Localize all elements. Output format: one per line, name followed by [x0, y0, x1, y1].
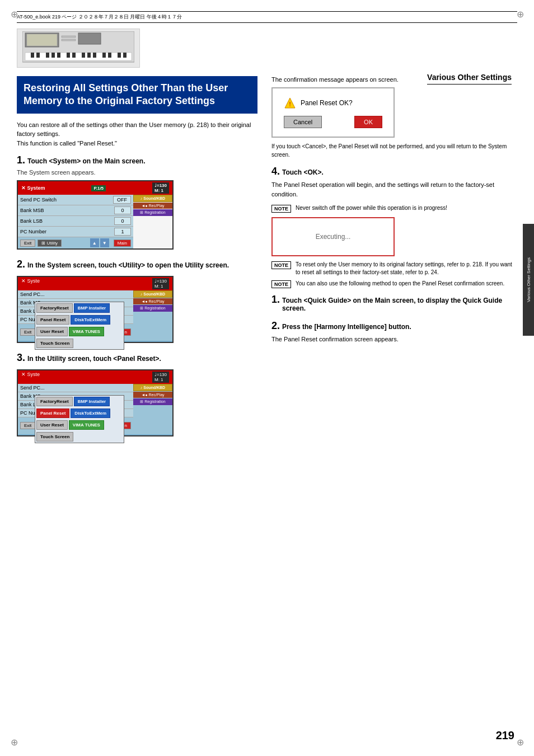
note-1: NOTE Never switch off the power while th… [271, 204, 517, 213]
sound-kbd-btn[interactable]: ♪ Sound/KBD [133, 195, 172, 202]
corner-mark-br [514, 736, 526, 748]
registration-btn[interactable]: ⊞ Registration [133, 209, 172, 216]
keyboard-image [17, 29, 140, 68]
util-left-area: Send PC... Bank MS... Bank LS... PC Numb… [18, 290, 133, 341]
svg-rect-8 [51, 53, 55, 58]
row-value-2: 0 [114, 217, 131, 225]
touch-screen-btn[interactable]: Touch Screen [36, 339, 73, 348]
cancel-button[interactable]: Cancel [284, 116, 322, 128]
util-header: ✕ Syste ♩=130M: 1 [18, 277, 172, 290]
svg-rect-20 [62, 39, 76, 41]
panel-reset-btn[interactable]: Panel Reset [36, 315, 69, 325]
util2-reg-btn[interactable]: ⊞ Registration [133, 398, 172, 405]
rec-play-btn[interactable]: ◄● Rec/Play [133, 203, 172, 209]
keyboard-svg [22, 31, 134, 65]
disk-to-ext-btn[interactable]: DiskToExtMem [71, 315, 110, 325]
exit-button-2[interactable]: Exit [20, 328, 35, 336]
util2-header: ✕ Syste ♩=130M: 1 [18, 370, 172, 384]
svg-rect-12 [82, 53, 85, 58]
user-reset-btn-2[interactable]: User Reset [36, 420, 68, 430]
corner-mark-tl [8, 8, 20, 20]
right-step-2-desc: The Panel Reset confirmation screen appe… [271, 335, 517, 344]
util2-sidebar: ♪ Sound/KBD ◄● Rec/Play ⊞ Registration [133, 384, 172, 434]
right-step-2-number: 2. [271, 320, 280, 332]
factory-reset-btn[interactable]: FactoryReset [36, 303, 73, 313]
step-4-title: Touch <OK>. [282, 168, 324, 176]
step-2-number: 2. [17, 259, 25, 270]
note-1-label: NOTE [271, 205, 291, 213]
util-reg-btn[interactable]: ⊞ Registration [133, 305, 172, 312]
utility-screen-mockup: ✕ Syste ♩=130M: 1 Send PC... Bank MS... [17, 276, 174, 343]
row-value-3: 1 [114, 228, 131, 236]
util2-menu-row-3: User Reset VIMA TUNES [35, 419, 124, 431]
corner-mark-bl [8, 736, 20, 748]
util-menu-row-1: FactoryReset BMP Installer [35, 302, 124, 314]
util2-sound-btn[interactable]: ♪ Sound/KBD [133, 384, 172, 391]
page-number: 219 [496, 729, 514, 742]
util-row-0: Send PC... [18, 290, 133, 299]
svg-rect-16 [108, 53, 111, 58]
screen-sidebar: ♪ Sound/KBD ◄● Rec/Play ⊞ Registration [133, 195, 172, 248]
util-title: ✕ Syste [21, 278, 40, 289]
screen-footer: Exit ⊞ Utility ▲ ▼ Main [18, 237, 133, 248]
warning-icon: ! [284, 97, 296, 109]
executing-dialog: Executing... [271, 217, 395, 256]
bmp-installer-btn-2[interactable]: BMP Installer [74, 397, 110, 406]
utility-menu-2: FactoryReset BMP Installer Panel Reset D… [35, 395, 124, 443]
nav-up[interactable]: ▲ [90, 238, 99, 247]
step-4-desc: The Panel Reset operation will begin, an… [271, 180, 517, 199]
step-1-title: Touch <System> on the Main screen. [27, 157, 146, 165]
nav-arrows: ▲ ▼ [90, 238, 109, 247]
nav-down[interactable]: ▼ [100, 238, 109, 247]
note-2: NOTE To reset only the User memory to it… [271, 261, 517, 276]
main-button-1[interactable]: Main [114, 240, 131, 247]
step-1-desc: The System screen appears. [17, 169, 257, 176]
util-body: Send PC... Bank MS... Bank LS... PC Numb… [18, 290, 172, 341]
exit-button-1[interactable]: Exit [20, 240, 35, 247]
util-tempo: ♩=130M: 1 [152, 278, 169, 289]
step-4-number: 4. [271, 166, 280, 177]
touch-screen-btn-2[interactable]: Touch Screen [36, 432, 73, 442]
note-1-text: Never switch off the power while this op… [296, 204, 447, 212]
page-container: AT-500_e.book 219 ページ ２０２８年７月２８日 月曜日 午後４… [0, 0, 534, 756]
user-reset-btn[interactable]: User Reset [36, 327, 68, 336]
screen-row-1: Bank MSB 0 [18, 205, 133, 216]
right-step-2-title: Press the [Harmony Intelligence] button. [282, 323, 411, 331]
row-label-1: Bank MSB [20, 208, 114, 213]
row-label-0: Send PC Switch [20, 197, 113, 203]
util-menu-row-3: User Reset VIMA TUNES [35, 326, 124, 337]
disk-to-ext-btn-2[interactable]: DiskToExtMem [71, 408, 110, 418]
svg-rect-19 [62, 36, 76, 37]
screen-row-2: Bank LSB 0 [18, 216, 133, 227]
side-tab-text: Various Other Settings [526, 257, 531, 302]
vima-tunes-btn-2[interactable]: VIMA TUNES [69, 420, 104, 430]
ok-button[interactable]: OK [354, 116, 382, 128]
util-rec-btn[interactable]: ◄● Rec/Play [133, 298, 172, 304]
svg-rect-4 [25, 53, 132, 60]
svg-rect-17 [118, 53, 121, 58]
right-step-1: 1. Touch <Quick Guide> on the Main scree… [271, 294, 517, 314]
util-sidebar: ♪ Sound/KBD ◄● Rec/Play ⊞ Registration [133, 290, 172, 341]
right-column: The confirmation message appears on scre… [271, 76, 517, 445]
vima-tunes-btn[interactable]: VIMA TUNES [69, 327, 104, 336]
util2-menu-row-4: Touch Screen [35, 431, 124, 443]
confirm-buttons: Cancel OK [284, 116, 382, 128]
utility-button[interactable]: ⊞ Utility [38, 240, 62, 247]
panel-reset-ok-text: Panel Reset OK? [301, 99, 353, 107]
exit-button-3[interactable]: Exit [20, 422, 35, 429]
screen-header: ✕ System P.1/5 ♩=130M: 1 [18, 181, 172, 195]
factory-reset-btn-2[interactable]: FactoryReset [36, 397, 73, 406]
panel-reset-btn-2[interactable]: Panel Reset [36, 408, 69, 418]
screen-row-0: Send PC Switch OFF [18, 195, 133, 205]
svg-rect-6 [36, 53, 40, 58]
row-value-1: 0 [114, 206, 131, 214]
right-step-2: 2. Press the [Harmony Intelligence] butt… [271, 320, 517, 344]
util2-rec-btn[interactable]: ◄● Rec/Play [133, 392, 172, 398]
util-sound-btn[interactable]: ♪ Sound/KBD [133, 290, 172, 298]
note-3-label: NOTE [271, 280, 291, 288]
svg-rect-15 [102, 53, 106, 58]
bmp-installer-btn[interactable]: BMP Installer [74, 303, 110, 313]
util-menu-row-2: Panel Reset DiskToExtMem [35, 314, 124, 326]
main-heading-text: Restoring All Settings Other Than the Us… [24, 82, 228, 106]
confirm-icon-area: ! Panel Reset OK? [284, 97, 382, 109]
